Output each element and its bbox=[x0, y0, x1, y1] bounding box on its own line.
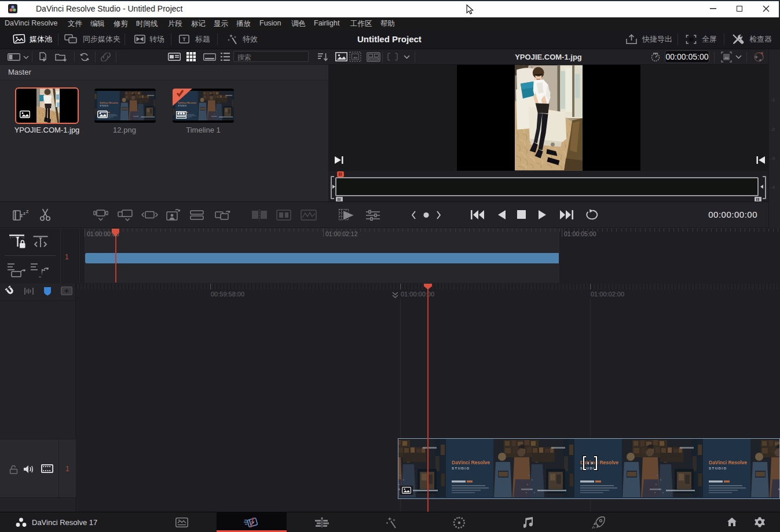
svg-text:Z: Z bbox=[26, 210, 29, 214]
svg-text:T: T bbox=[182, 36, 186, 42]
svg-text:z: z bbox=[23, 211, 25, 216]
